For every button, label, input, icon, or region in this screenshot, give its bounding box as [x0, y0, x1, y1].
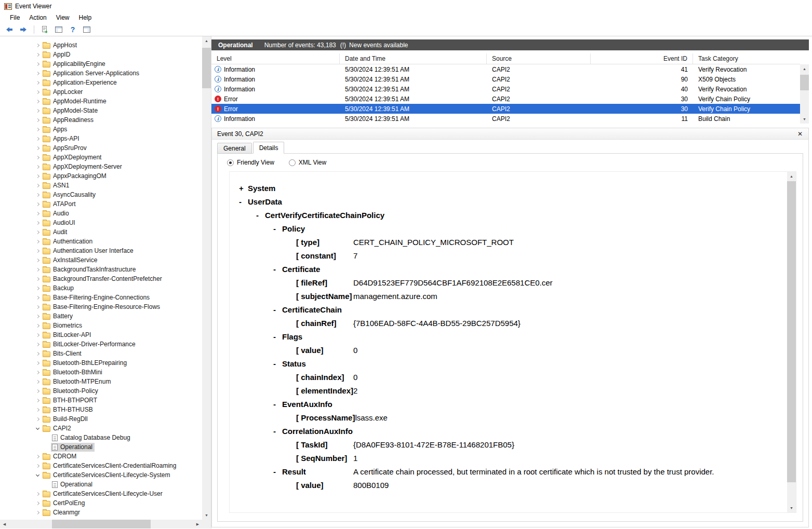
chevron-icon[interactable] — [33, 219, 42, 227]
tab-general[interactable]: General — [217, 143, 252, 154]
chevron-icon[interactable] — [33, 181, 42, 189]
export-button[interactable] — [38, 24, 51, 35]
scroll-up-button[interactable]: ▲ — [800, 64, 809, 73]
chevron-icon[interactable] — [33, 499, 42, 507]
menu-action[interactable]: Action — [24, 13, 51, 22]
tree-item[interactable]: AppXDeployment-Server — [0, 162, 202, 171]
chevron-icon[interactable] — [33, 60, 42, 68]
scroll-thumb[interactable] — [52, 520, 151, 528]
chevron-icon[interactable] — [33, 349, 42, 358]
tree-item[interactable]: CDROM — [0, 452, 202, 461]
tree-item[interactable]: AppLocker — [0, 87, 202, 97]
tree-item[interactable]: Bluetooth-BthLEPrepairing — [0, 358, 202, 368]
menu-help[interactable]: Help — [74, 13, 97, 22]
scroll-thumb[interactable] — [800, 75, 809, 90]
chevron-icon[interactable] — [33, 312, 42, 320]
tree-item[interactable]: CertificateServicesClient-CredentialRoam… — [0, 461, 202, 470]
friendly-view-label[interactable]: Friendly View — [237, 159, 274, 166]
tree-item[interactable]: Cleanmgr — [0, 508, 202, 517]
chevron-icon[interactable] — [33, 340, 42, 348]
chevron-icon[interactable] — [33, 490, 42, 498]
expand-toggle[interactable]: - — [273, 427, 282, 436]
chevron-icon[interactable] — [33, 200, 42, 208]
tree-item[interactable]: Authentication User Interface — [0, 246, 202, 255]
tree-item[interactable]: AppModel-State — [0, 106, 202, 115]
chevron-icon[interactable] — [33, 293, 42, 302]
scroll-left-button[interactable]: ◀ — [0, 520, 9, 528]
tree-item[interactable]: Catalog Database Debug — [0, 433, 202, 442]
expand-toggle[interactable]: - — [273, 305, 282, 314]
tree-item[interactable]: AppModel-Runtime — [0, 97, 202, 106]
tree-item[interactable]: BackgroundTransfer-ContentPrefetcher — [0, 274, 202, 283]
tree-item[interactable]: Application Server-Applications — [0, 69, 202, 78]
event-row[interactable]: ! Error 5/30/2024 12:39:51 AM CAPI2 30 V… — [211, 104, 800, 114]
tree-item[interactable]: Apps-API — [0, 134, 202, 143]
xml-view-label[interactable]: XML View — [299, 159, 326, 166]
chevron-icon[interactable] — [33, 125, 42, 133]
menu-view[interactable]: View — [51, 13, 74, 22]
chevron-icon[interactable] — [33, 78, 42, 87]
tree-item[interactable]: Audio — [0, 209, 202, 218]
chevron-icon[interactable] — [33, 359, 42, 367]
chevron-icon[interactable] — [33, 41, 42, 49]
chevron-icon[interactable] — [33, 153, 42, 161]
tree-item[interactable]: Bluetooth-Policy — [0, 386, 202, 396]
expand-toggle[interactable]: - — [273, 224, 282, 233]
tree-item[interactable]: ASN1 — [0, 181, 202, 190]
friendly-view-option[interactable]: Friendly View — [227, 159, 274, 166]
tree-item[interactable]: BitLocker-Driver-Performance — [0, 340, 202, 349]
column-header-level[interactable]: Level — [211, 53, 340, 64]
chevron-icon[interactable] — [33, 415, 42, 423]
tree-item[interactable]: Operational — [0, 480, 202, 489]
expand-toggle[interactable]: + — [239, 184, 248, 193]
tree-item[interactable]: Biometrics — [0, 321, 202, 330]
event-row[interactable]: i Information 5/30/2024 12:39:51 AM CAPI… — [211, 64, 800, 74]
column-header-source[interactable]: Source — [487, 53, 591, 64]
tree-item[interactable]: ApplicabilityEngine — [0, 59, 202, 69]
tree-item[interactable]: CertPolEng — [0, 498, 202, 508]
tree-horizontal-scrollbar[interactable]: ◀ ▶ — [0, 520, 202, 528]
expand-toggle[interactable]: - — [273, 400, 282, 409]
chevron-icon[interactable] — [33, 368, 42, 376]
tree-item[interactable]: BitLocker-API — [0, 330, 202, 340]
tree-item[interactable]: Bluetooth-BthMini — [0, 368, 202, 377]
chevron-icon[interactable] — [33, 471, 42, 479]
chevron-icon[interactable] — [33, 424, 42, 432]
chevron-icon[interactable] — [33, 256, 42, 264]
tree-item[interactable]: BackgroundTaskInfrastructure — [0, 265, 202, 274]
tree-item[interactable]: BTH-BTHPORT — [0, 396, 202, 405]
xml-view-option[interactable]: XML View — [289, 159, 326, 166]
close-icon[interactable]: ✕ — [796, 130, 804, 138]
chevron-icon[interactable] — [33, 144, 42, 152]
chevron-icon[interactable] — [33, 508, 42, 517]
event-row[interactable]: ! Error 5/30/2024 12:39:51 AM CAPI2 30 V… — [211, 94, 800, 104]
tree-item[interactable]: AppReadiness — [0, 115, 202, 125]
action-pane-toggle-button[interactable] — [81, 24, 93, 35]
chevron-icon[interactable] — [33, 209, 42, 218]
expand-toggle[interactable]: - — [273, 467, 282, 476]
scroll-down-button[interactable]: ▼ — [787, 504, 796, 512]
chevron-icon[interactable] — [33, 405, 42, 414]
column-header-task-category[interactable]: Task Category — [693, 53, 800, 64]
chevron-icon[interactable] — [33, 303, 42, 311]
expand-toggle[interactable]: - — [273, 265, 282, 274]
tree-item[interactable]: Base-Filtering-Engine-Connections — [0, 293, 202, 302]
event-row[interactable]: i Information 5/30/2024 12:39:51 AM CAPI… — [211, 84, 800, 94]
chevron-icon[interactable] — [33, 88, 42, 96]
scroll-up-button[interactable]: ▲ — [787, 172, 796, 181]
scroll-down-button[interactable]: ▼ — [202, 511, 211, 520]
chevron-icon[interactable] — [33, 134, 42, 143]
friendly-view-scrollbar[interactable]: ▲ ▼ — [787, 172, 796, 512]
scroll-down-button[interactable]: ▼ — [800, 115, 809, 124]
chevron-icon[interactable] — [33, 247, 42, 255]
tree-item[interactable]: Backup — [0, 283, 202, 293]
chevron-icon[interactable] — [33, 162, 42, 171]
tree-item[interactable]: Base-Filtering-Engine-Resource-Flows — [0, 302, 202, 311]
chevron-icon[interactable] — [33, 106, 42, 115]
column-header-date-time[interactable]: Date and Time — [340, 53, 487, 64]
tree-item[interactable]: AudioUI — [0, 218, 202, 227]
tree-item[interactable]: Bluetooth-MTPEnum — [0, 377, 202, 386]
chevron-icon[interactable] — [33, 237, 42, 246]
chevron-icon[interactable] — [33, 275, 42, 283]
event-row[interactable]: i Information 5/30/2024 12:39:51 AM CAPI… — [211, 74, 800, 84]
